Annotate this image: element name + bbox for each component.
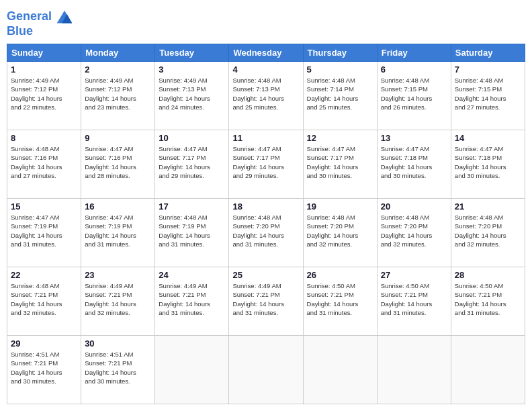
cell-line: Sunrise: 4:49 AM	[11, 76, 77, 85]
cell-line: and 31 minutes.	[307, 308, 373, 317]
day-number: 24	[159, 270, 225, 280]
cell-line: Sunset: 7:20 PM	[307, 222, 373, 230]
cell-text: Sunrise: 4:48 AMSunset: 7:20 PMDaylight:…	[381, 213, 447, 248]
day-number: 21	[455, 201, 521, 212]
cell-line: Daylight: 14 hours	[307, 231, 373, 240]
calendar-cell: 28Sunrise: 4:50 AMSunset: 7:21 PMDayligh…	[451, 267, 525, 336]
cell-line: and 30 minutes.	[307, 171, 373, 180]
cell-text: Sunrise: 4:49 AMSunset: 7:13 PMDaylight:…	[159, 76, 225, 111]
calendar-cell: 10Sunrise: 4:47 AMSunset: 7:17 PMDayligh…	[155, 130, 229, 199]
cell-line: Daylight: 14 hours	[307, 163, 373, 171]
calendar-cell: 18Sunrise: 4:48 AMSunset: 7:20 PMDayligh…	[229, 199, 303, 267]
cell-text: Sunrise: 4:48 AMSunset: 7:14 PMDaylight:…	[307, 76, 373, 111]
cell-line: and 31 minutes.	[159, 240, 225, 248]
cell-line: Sunrise: 4:49 AM	[159, 281, 225, 290]
cell-text: Sunrise: 4:48 AMSunset: 7:15 PMDaylight:…	[455, 76, 521, 111]
cell-text: Sunrise: 4:48 AMSunset: 7:21 PMDaylight:…	[11, 281, 77, 317]
page: General Blue SundayMondayTuesdayWednesda…	[0, 0, 532, 411]
cell-line: Sunrise: 4:48 AM	[381, 213, 447, 222]
cell-line: Sunset: 7:20 PM	[381, 222, 447, 230]
week-row-5: 29Sunrise: 4:51 AMSunset: 7:21 PMDayligh…	[7, 336, 525, 404]
cell-line: and 29 minutes.	[232, 171, 299, 180]
cell-line: Sunrise: 4:48 AM	[11, 144, 77, 153]
logo: General Blue	[7, 7, 75, 38]
day-number: 22	[11, 270, 77, 280]
cell-line: Sunrise: 4:49 AM	[85, 281, 151, 290]
cell-line: Daylight: 14 hours	[85, 300, 151, 308]
cell-line: Sunrise: 4:51 AM	[85, 350, 151, 359]
cell-line: Sunset: 7:20 PM	[232, 222, 299, 230]
cell-line: Sunset: 7:12 PM	[11, 85, 77, 93]
cell-line: Sunrise: 4:47 AM	[85, 144, 151, 153]
cell-line: Sunrise: 4:48 AM	[232, 213, 299, 222]
day-number: 27	[381, 270, 447, 280]
calendar-cell: 27Sunrise: 4:50 AMSunset: 7:21 PMDayligh…	[377, 267, 451, 336]
calendar-cell: 21Sunrise: 4:48 AMSunset: 7:20 PMDayligh…	[451, 199, 525, 267]
cell-line: and 32 minutes.	[455, 240, 521, 248]
cell-text: Sunrise: 4:48 AMSunset: 7:20 PMDaylight:…	[455, 213, 521, 248]
cell-line: Sunrise: 4:47 AM	[455, 144, 521, 153]
calendar-cell: 30Sunrise: 4:51 AMSunset: 7:21 PMDayligh…	[81, 336, 155, 404]
cell-line: and 31 minutes.	[85, 240, 151, 248]
day-number: 4	[232, 64, 299, 75]
cell-line: Sunset: 7:17 PM	[159, 153, 225, 162]
cell-line: Sunrise: 4:47 AM	[232, 144, 299, 153]
cell-line: Sunrise: 4:50 AM	[455, 281, 521, 290]
calendar-cell	[451, 336, 525, 404]
week-row-4: 22Sunrise: 4:48 AMSunset: 7:21 PMDayligh…	[7, 267, 525, 336]
cell-line: Daylight: 14 hours	[381, 231, 447, 240]
cell-line: Sunset: 7:17 PM	[307, 153, 373, 162]
cell-line: Daylight: 14 hours	[11, 231, 77, 240]
cell-text: Sunrise: 4:50 AMSunset: 7:21 PMDaylight:…	[381, 281, 447, 317]
calendar-cell: 29Sunrise: 4:51 AMSunset: 7:21 PMDayligh…	[7, 336, 81, 404]
cell-line: Daylight: 14 hours	[159, 94, 225, 103]
cell-line: and 31 minutes.	[232, 240, 299, 248]
cell-line: Sunset: 7:21 PM	[11, 359, 77, 367]
day-number: 2	[85, 64, 151, 75]
cell-line: Daylight: 14 hours	[11, 94, 77, 103]
day-number: 19	[307, 201, 373, 212]
cell-line: Daylight: 14 hours	[455, 231, 521, 240]
cell-line: and 31 minutes.	[232, 308, 299, 317]
cell-line: and 32 minutes.	[85, 308, 151, 317]
calendar-cell: 24Sunrise: 4:49 AMSunset: 7:21 PMDayligh…	[155, 267, 229, 336]
calendar-cell: 4Sunrise: 4:48 AMSunset: 7:13 PMDaylight…	[229, 62, 303, 130]
cell-line: Sunset: 7:20 PM	[455, 222, 521, 230]
weekday-friday: Friday	[377, 44, 451, 62]
day-number: 23	[85, 270, 151, 280]
cell-text: Sunrise: 4:47 AMSunset: 7:19 PMDaylight:…	[85, 213, 151, 248]
calendar-cell: 12Sunrise: 4:47 AMSunset: 7:17 PMDayligh…	[303, 130, 377, 199]
cell-text: Sunrise: 4:49 AMSunset: 7:12 PMDaylight:…	[85, 76, 151, 111]
cell-line: Sunrise: 4:49 AM	[85, 76, 151, 85]
cell-line: and 31 minutes.	[11, 240, 77, 248]
cell-text: Sunrise: 4:49 AMSunset: 7:21 PMDaylight:…	[232, 281, 299, 317]
cell-line: Daylight: 14 hours	[381, 163, 447, 171]
cell-line: Sunrise: 4:51 AM	[11, 350, 77, 359]
cell-line: and 26 minutes.	[381, 103, 447, 111]
cell-line: Sunset: 7:19 PM	[159, 222, 225, 230]
day-number: 12	[307, 133, 373, 143]
cell-line: Sunrise: 4:50 AM	[381, 281, 447, 290]
cell-line: and 31 minutes.	[455, 308, 521, 317]
calendar-cell: 2Sunrise: 4:49 AMSunset: 7:12 PMDaylight…	[81, 62, 155, 130]
cell-text: Sunrise: 4:48 AMSunset: 7:20 PMDaylight:…	[232, 213, 299, 248]
day-number: 15	[11, 201, 77, 212]
cell-line: Daylight: 14 hours	[232, 94, 299, 103]
cell-line: Daylight: 14 hours	[307, 94, 373, 103]
calendar-cell: 9Sunrise: 4:47 AMSunset: 7:16 PMDaylight…	[81, 130, 155, 199]
day-number: 7	[455, 64, 521, 75]
cell-text: Sunrise: 4:47 AMSunset: 7:17 PMDaylight:…	[159, 144, 225, 180]
cell-text: Sunrise: 4:50 AMSunset: 7:21 PMDaylight:…	[307, 281, 373, 317]
calendar-cell: 5Sunrise: 4:48 AMSunset: 7:14 PMDaylight…	[303, 62, 377, 130]
cell-line: and 30 minutes.	[381, 171, 447, 180]
cell-line: Sunset: 7:15 PM	[381, 85, 447, 93]
cell-line: Daylight: 14 hours	[232, 163, 299, 171]
cell-line: Daylight: 14 hours	[85, 231, 151, 240]
calendar-cell: 22Sunrise: 4:48 AMSunset: 7:21 PMDayligh…	[7, 267, 81, 336]
cell-line: Sunset: 7:21 PM	[455, 290, 521, 299]
day-number: 11	[232, 133, 299, 143]
cell-line: Sunset: 7:13 PM	[159, 85, 225, 93]
cell-line: Sunset: 7:19 PM	[11, 222, 77, 230]
cell-line: Sunset: 7:15 PM	[455, 85, 521, 93]
cell-line: and 30 minutes.	[455, 171, 521, 180]
